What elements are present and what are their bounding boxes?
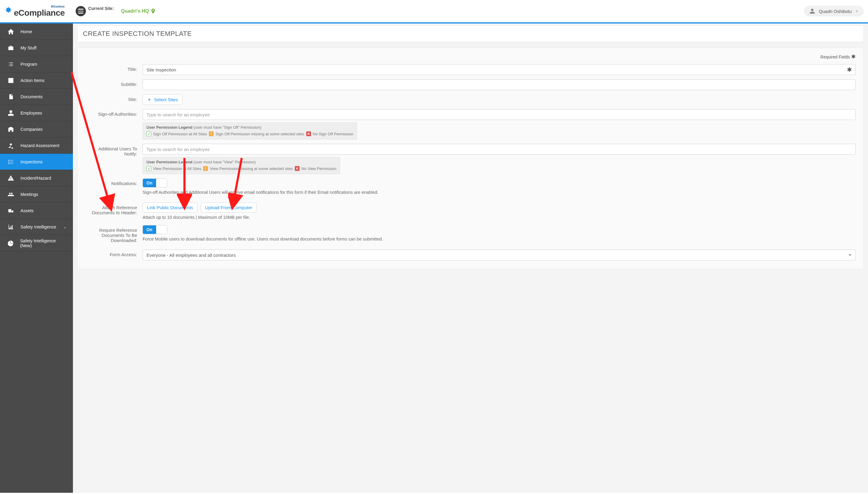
sidebar-item-label: Assets bbox=[20, 208, 34, 213]
sidebar: Home My Stuff Program Action Items Docum… bbox=[0, 23, 73, 493]
sidebar-item-label: Safety Intelligence bbox=[20, 225, 56, 229]
signoff-authorities-label: Sign-off Authorities: bbox=[85, 109, 142, 117]
select-sites-button[interactable]: ＋Select Sites bbox=[142, 94, 182, 105]
plus-icon: ＋ bbox=[147, 97, 152, 102]
additional-users-input[interactable] bbox=[142, 144, 856, 155]
form-access-label: Form Access: bbox=[85, 250, 142, 257]
required-asterisk-icon: ✱ bbox=[847, 66, 852, 73]
sidebar-item-inspections[interactable]: Inspections bbox=[0, 154, 73, 170]
subtitle-input[interactable] bbox=[142, 79, 856, 90]
sidebar-item-label: Meetings bbox=[20, 192, 38, 197]
sidebar-item-home[interactable]: Home bbox=[0, 23, 73, 40]
upload-from-computer-button[interactable]: Upload From Computer bbox=[201, 203, 257, 212]
current-site-label: Current Site: bbox=[88, 6, 114, 12]
logo: Alcumus eCompliance bbox=[4, 5, 65, 18]
logo-brand: eCompliance bbox=[14, 8, 65, 18]
title-input[interactable] bbox=[142, 64, 856, 75]
briefcase-icon bbox=[7, 44, 15, 51]
pie-chart-icon bbox=[7, 240, 15, 247]
x-icon: ✕ bbox=[295, 166, 300, 171]
page-title: CREATE INSPECTION TEMPLATE bbox=[83, 30, 858, 38]
sidebar-item-employees[interactable]: Employees bbox=[0, 105, 73, 121]
sidebar-item-program[interactable]: Program bbox=[0, 56, 73, 72]
sidebar-item-safety-intelligence[interactable]: Safety Intelligence ⌄ bbox=[0, 219, 73, 235]
user-icon bbox=[809, 8, 815, 14]
signoff-authorities-input[interactable] bbox=[142, 109, 856, 120]
hamburger-menu-button[interactable] bbox=[76, 6, 86, 16]
building-icon bbox=[7, 126, 15, 133]
x-icon: ✕ bbox=[306, 131, 311, 136]
checkbox-icon bbox=[7, 77, 15, 84]
sidebar-item-meetings[interactable]: Meetings bbox=[0, 186, 73, 203]
person-icon bbox=[7, 110, 15, 116]
notifications-help: Sign-off Authorities and Additional User… bbox=[142, 190, 856, 195]
truck-icon bbox=[7, 208, 15, 214]
checklist-icon bbox=[7, 158, 15, 165]
signoff-permission-legend: User Permission Legend (user must have "… bbox=[142, 122, 357, 139]
hazard-person-icon bbox=[7, 142, 15, 149]
sidebar-item-label: Action Items bbox=[20, 78, 45, 83]
list-icon bbox=[7, 61, 15, 67]
form-access-select[interactable]: Everyone - All employees and all contrac… bbox=[142, 250, 856, 261]
caret-down-icon: ▼ bbox=[855, 10, 859, 13]
title-label: Title: bbox=[85, 64, 142, 72]
sidebar-item-assets[interactable]: Assets bbox=[0, 203, 73, 219]
warn-icon: ! bbox=[209, 131, 214, 136]
require-download-toggle[interactable]: On bbox=[142, 225, 167, 234]
sidebar-item-label: Documents bbox=[20, 94, 42, 99]
document-icon bbox=[7, 93, 15, 100]
logo-icon bbox=[4, 6, 13, 15]
notifications-toggle[interactable]: On bbox=[142, 178, 167, 188]
sidebar-item-label: My Stuff bbox=[20, 45, 37, 50]
warn-icon: ! bbox=[203, 166, 208, 171]
chevron-down-icon: ⌄ bbox=[63, 225, 66, 229]
sidebar-item-action-items[interactable]: Action Items bbox=[0, 72, 73, 89]
map-pin-icon bbox=[150, 8, 156, 14]
sidebar-item-label: Program bbox=[20, 62, 37, 66]
link-public-documents-button[interactable]: Link Public Documents bbox=[142, 203, 198, 212]
asterisk-icon: ✱ bbox=[851, 54, 856, 60]
sidebar-item-label: Companies bbox=[20, 127, 42, 132]
sidebar-item-label: Hazard Assessment bbox=[20, 143, 59, 148]
attach-documents-label: Attach ReferenceDocuments to Header: bbox=[85, 203, 142, 215]
sidebar-item-companies[interactable]: Companies bbox=[0, 121, 73, 137]
form-card: Required Fields ✱ Title: ✱ Subtitle: bbox=[77, 48, 864, 269]
sidebar-item-label: Safety Intelligence (New) bbox=[20, 239, 66, 248]
user-name: Quadri Oshibotu bbox=[819, 9, 852, 14]
current-site-name[interactable]: Quadri's HQ bbox=[121, 8, 156, 14]
subtitle-label: Subtitle: bbox=[85, 79, 142, 87]
main-panel: CREATE INSPECTION TEMPLATE Required Fiel… bbox=[73, 23, 868, 493]
site-label: Site: bbox=[85, 94, 142, 102]
view-permission-legend: User Permission Legend (user must have "… bbox=[142, 157, 340, 174]
require-download-label: Require ReferenceDocuments To BeDownload… bbox=[85, 225, 142, 243]
bar-chart-icon bbox=[7, 224, 15, 230]
check-icon: ✓ bbox=[147, 166, 151, 171]
sidebar-item-label: Incident/Hazard bbox=[20, 176, 51, 180]
sidebar-item-hazard-assessment[interactable]: Hazard Assessment bbox=[0, 137, 73, 154]
home-icon bbox=[7, 28, 15, 35]
attach-documents-help: Attach up to 10 documents | Maximum of 1… bbox=[142, 215, 856, 220]
sidebar-item-safety-intelligence-new[interactable]: Safety Intelligence (New) bbox=[0, 235, 73, 251]
required-fields-label: Required Fields ✱ bbox=[85, 53, 856, 60]
sidebar-item-label: Home bbox=[20, 29, 32, 34]
logo-company: Alcumus bbox=[51, 5, 65, 8]
notifications-label: Notifications: bbox=[85, 178, 142, 186]
check-icon: ✓ bbox=[147, 131, 151, 136]
user-menu[interactable]: Quadri Oshibotu ▼ bbox=[804, 6, 864, 17]
site-selector: Current Site: bbox=[76, 6, 114, 16]
sidebar-item-incident-hazard[interactable]: Incident/Hazard bbox=[0, 170, 73, 186]
warning-icon bbox=[7, 175, 15, 182]
top-header: Alcumus eCompliance Current Site: Quadri… bbox=[0, 0, 868, 23]
people-icon bbox=[7, 191, 15, 197]
sidebar-item-label: Inspections bbox=[20, 159, 42, 164]
require-download-help: Force Mobile users to download documents… bbox=[142, 236, 856, 242]
sidebar-item-label: Employees bbox=[20, 111, 42, 115]
page-header: CREATE INSPECTION TEMPLATE bbox=[77, 25, 864, 42]
sidebar-item-documents[interactable]: Documents bbox=[0, 89, 73, 105]
sidebar-item-mystuff[interactable]: My Stuff bbox=[0, 40, 73, 56]
additional-users-label: Additional Users To Notify: bbox=[85, 144, 142, 156]
